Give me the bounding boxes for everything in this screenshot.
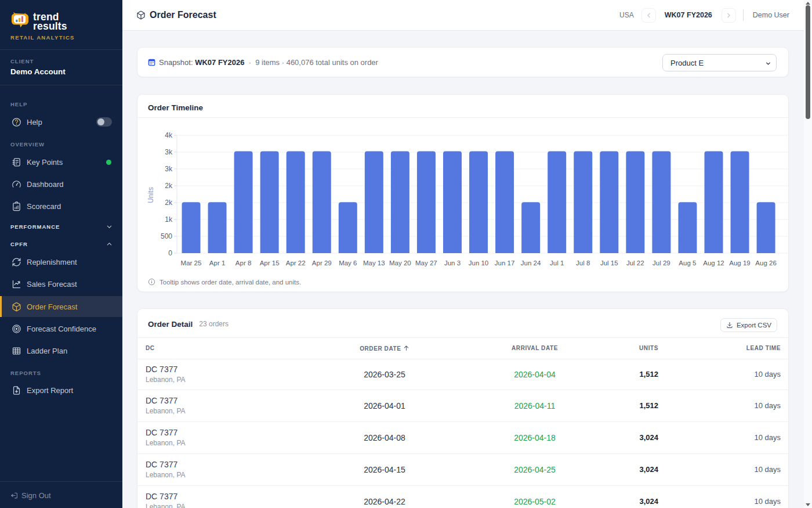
svg-text:3k: 3k <box>165 165 173 173</box>
svg-text:Jun 24: Jun 24 <box>521 260 541 266</box>
svg-text:Units: Units <box>147 187 155 203</box>
svg-text:Apr 1: Apr 1 <box>209 260 226 266</box>
svg-text:Jul 22: Jul 22 <box>626 260 644 266</box>
svg-text:1k: 1k <box>165 215 173 224</box>
svg-text:Jul 1: Jul 1 <box>550 260 564 266</box>
svg-text:May 6: May 6 <box>339 260 357 266</box>
svg-text:Mar 25: Mar 25 <box>181 260 202 266</box>
svg-text:May 13: May 13 <box>363 260 385 266</box>
svg-text:Apr 29: Apr 29 <box>312 260 332 266</box>
svg-text:Jun 17: Jun 17 <box>495 260 515 266</box>
svg-text:2k: 2k <box>165 199 173 207</box>
svg-text:3k: 3k <box>165 148 173 156</box>
svg-text:Aug 19: Aug 19 <box>729 260 750 266</box>
svg-text:Aug 5: Aug 5 <box>679 260 696 266</box>
svg-text:Apr 8: Apr 8 <box>235 260 252 266</box>
svg-text:500: 500 <box>161 232 172 240</box>
svg-text:May 20: May 20 <box>389 260 411 266</box>
svg-text:Jul 15: Jul 15 <box>600 260 618 266</box>
svg-text:Apr 15: Apr 15 <box>260 260 280 266</box>
svg-text:Aug 26: Aug 26 <box>755 260 776 266</box>
svg-text:4k: 4k <box>165 131 173 139</box>
svg-text:May 27: May 27 <box>415 260 437 266</box>
svg-text:Jul 8: Jul 8 <box>576 260 590 266</box>
svg-text:Jun 3: Jun 3 <box>444 260 461 266</box>
svg-text:Jun 10: Jun 10 <box>469 260 489 266</box>
svg-text:0: 0 <box>168 249 172 257</box>
svg-text:Jul 29: Jul 29 <box>652 260 670 266</box>
svg-text:2k: 2k <box>165 182 173 190</box>
svg-text:Aug 12: Aug 12 <box>703 260 724 266</box>
svg-text:Apr 22: Apr 22 <box>286 260 306 266</box>
